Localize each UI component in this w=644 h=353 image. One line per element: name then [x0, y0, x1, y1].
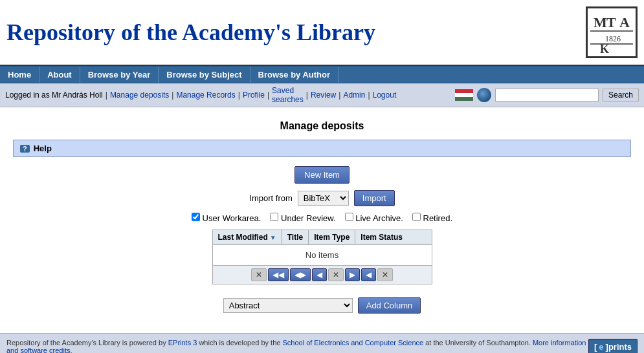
flag-hungarian[interactable]	[455, 89, 473, 101]
nav-browse-subject[interactable]: Browse by Subject	[159, 67, 250, 83]
search-button[interactable]: Search	[603, 89, 639, 102]
help-bar: ? Help	[13, 140, 631, 157]
checkbox-live-archive-input[interactable]	[345, 213, 353, 221]
svg-text:1826: 1826	[605, 34, 621, 43]
col-item-status[interactable]: Item Status	[355, 230, 408, 244]
results-table: Last Modified ▼ Title Item Type Item Sta…	[212, 230, 432, 284]
add-column-button[interactable]: Add Column	[358, 297, 421, 314]
col-item-type-label: Item Type	[314, 233, 350, 242]
nav-btn-remove[interactable]: ✕	[251, 268, 267, 281]
col-item-status-label: Item Status	[361, 233, 403, 242]
nav-browse-year[interactable]: Browse by Year	[80, 67, 159, 83]
footer-text-after: at the University of Southampton.	[423, 339, 533, 347]
nav-btn-x3[interactable]: ✕	[377, 268, 393, 281]
svg-text:M: M	[594, 14, 607, 30]
navbar: Home About Browse by Year Browse by Subj…	[0, 66, 644, 83]
col-title[interactable]: Title	[282, 230, 309, 244]
import-from-label: Import from	[249, 193, 292, 203]
logged-in-text: Logged in as Mr András Holl	[5, 91, 103, 100]
col-last-modified-label: Last Modified	[218, 233, 268, 242]
import-button[interactable]: Import	[354, 190, 395, 206]
link-profile[interactable]: Profile	[243, 91, 265, 100]
header: Repository of the Academy's Library M T …	[0, 0, 644, 66]
svg-text:T: T	[606, 14, 616, 30]
nav-btn-prev-next[interactable]: ◀▶	[290, 268, 311, 281]
help-icon[interactable]: ?	[20, 145, 30, 153]
checkbox-under-review[interactable]: Under Review.	[270, 213, 335, 223]
no-items-message: No items	[213, 245, 432, 265]
checkbox-user-workarea-input[interactable]	[192, 213, 200, 221]
page-title: Manage deposits	[13, 120, 631, 132]
footer-eprints-link[interactable]: EPrints 3	[168, 339, 197, 347]
table-header: Last Modified ▼ Title Item Type Item Sta…	[213, 230, 432, 245]
site-logo: M T A 1826 K	[586, 6, 638, 58]
search-input[interactable]	[495, 89, 599, 102]
col-title-label: Title	[287, 233, 303, 242]
infobar-left: Logged in as Mr András Holl | Manage dep…	[5, 86, 396, 104]
checkboxes-row: User Workarea. Under Review. Live Archiv…	[192, 213, 452, 223]
nav-about[interactable]: About	[39, 67, 80, 83]
footer-text: Repository of the Academy's Library is p…	[6, 339, 588, 353]
sort-arrow-icon: ▼	[270, 234, 276, 241]
footer-text-before: Repository of the Academy's Library is p…	[6, 339, 168, 347]
import-row: Import from BibTeX RIS PubMed Refer Impo…	[249, 190, 394, 206]
svg-text:K: K	[600, 43, 609, 56]
infobar-right: Search	[455, 88, 639, 102]
checkbox-under-review-input[interactable]	[270, 213, 278, 221]
link-manage-deposits[interactable]: Manage deposits	[110, 91, 169, 100]
link-admin[interactable]: Admin	[343, 91, 365, 100]
col-item-type[interactable]: Item Type	[309, 230, 355, 244]
nav-btn-last[interactable]: ◀	[361, 268, 376, 281]
eprints-badge: [e]prints	[588, 339, 638, 353]
new-item-button[interactable]: New Item	[294, 166, 350, 184]
help-label: Help	[34, 144, 52, 153]
nav-btn-first-first[interactable]: ◀◀	[268, 268, 289, 281]
link-review[interactable]: Review	[311, 91, 336, 100]
link-manage-records[interactable]: Manage Records	[176, 91, 235, 100]
footer: Repository of the Academy's Library is p…	[0, 333, 644, 353]
add-column-row: Abstract Keywords Authors Year Volume Ad…	[223, 297, 421, 314]
footer-text-middle: which is developed by the	[197, 339, 282, 347]
checkbox-retired-input[interactable]	[412, 213, 421, 221]
nav-btn-x2[interactable]: ✕	[328, 268, 344, 281]
table-nav-row: ✕ ◀◀ ◀▶ ◀ ✕ ▶ ◀ ✕	[213, 265, 432, 284]
import-format-select[interactable]: BibTeX RIS PubMed Refer	[298, 191, 349, 206]
site-title: Repository of the Academy's Library	[6, 19, 375, 46]
footer-school-link[interactable]: School of Electronics and Computer Scien…	[282, 339, 423, 347]
infobar: Logged in as Mr András Holl | Manage dep…	[0, 83, 644, 107]
add-column-select[interactable]: Abstract Keywords Authors Year Volume	[223, 298, 353, 313]
col-last-modified[interactable]: Last Modified ▼	[213, 230, 282, 244]
svg-text:A: A	[619, 14, 630, 30]
link-logout[interactable]: Logout	[373, 91, 397, 100]
nav-btn-prev[interactable]: ◀	[312, 268, 327, 281]
main-content: Manage deposits ? Help New Item Import f…	[0, 107, 644, 320]
language-globe-icon[interactable]	[477, 88, 491, 102]
link-saved-searches[interactable]: Savedsearches	[272, 86, 304, 104]
nav-btn-next[interactable]: ▶	[345, 268, 360, 281]
checkbox-user-workarea[interactable]: User Workarea.	[192, 213, 261, 223]
actions-area: New Item Import from BibTeX RIS PubMed R…	[13, 166, 631, 314]
checkbox-retired[interactable]: Retired.	[412, 213, 452, 223]
nav-home[interactable]: Home	[0, 67, 39, 83]
nav-browse-author[interactable]: Browse by Author	[250, 67, 339, 83]
checkbox-live-archive[interactable]: Live Archive.	[345, 213, 403, 223]
